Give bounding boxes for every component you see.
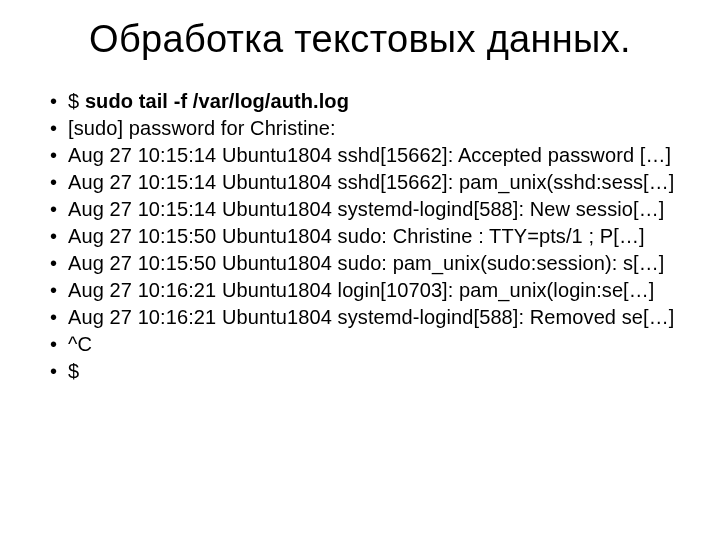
list-item: [sudo] password for Christine: [48,116,680,141]
list-item: $ [48,359,680,384]
list-item: Aug 27 10:15:14 Ubuntu1804 systemd-login… [48,197,680,222]
list-item: Aug 27 10:15:14 Ubuntu1804 sshd[15662]: … [48,143,680,168]
list-item: Aug 27 10:15:50 Ubuntu1804 sudo: Christi… [48,224,680,249]
slide-title: Обработка текстовых данных. [40,18,680,61]
command-bold: sudo tail -f /var/log/auth.log [85,90,349,112]
command-prefix: $ [68,90,85,112]
list-item: Aug 27 10:15:50 Ubuntu1804 sudo: pam_uni… [48,251,680,276]
list-item: $ sudo tail -f /var/log/auth.log [48,89,680,114]
list-item: Aug 27 10:16:21 Ubuntu1804 login[10703]:… [48,278,680,303]
slide-content: $ sudo tail -f /var/log/auth.log [sudo] … [40,89,680,384]
list-item: Aug 27 10:15:14 Ubuntu1804 sshd[15662]: … [48,170,680,195]
list-item: ^C [48,332,680,357]
list-item: Aug 27 10:16:21 Ubuntu1804 systemd-login… [48,305,680,330]
bullet-list: $ sudo tail -f /var/log/auth.log [sudo] … [48,89,680,384]
